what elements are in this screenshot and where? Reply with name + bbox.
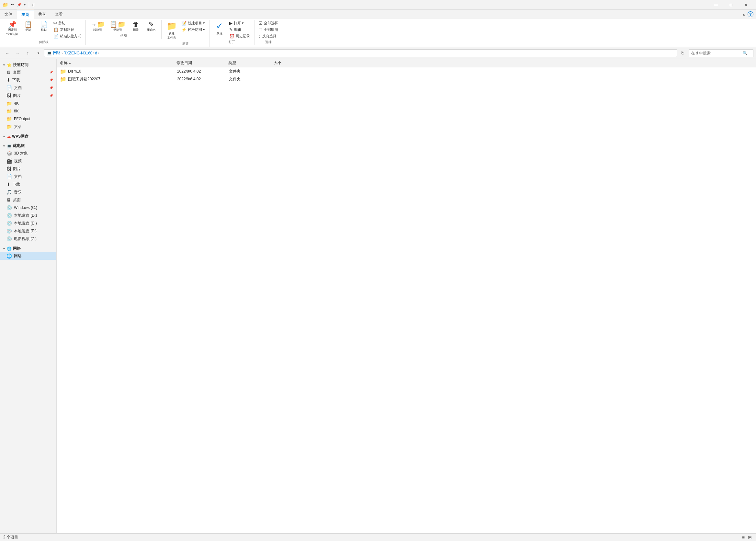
close-button[interactable]: ✕ bbox=[738, 0, 753, 10]
sidebar-item-drive-z[interactable]: 💿 电影视频 (Z:) bbox=[0, 235, 56, 243]
sidebar-item-videos[interactable]: 🎬 视频 bbox=[0, 157, 56, 165]
copy-path-button[interactable]: 📋 复制路径 bbox=[52, 27, 83, 33]
select-all-button[interactable]: ☑ 全部选择 bbox=[257, 20, 280, 26]
paste-shortcut-button[interactable]: 📄 粘贴快捷方式 bbox=[52, 33, 83, 39]
sidebar-item-desktop[interactable]: 🖥 桌面 📌 bbox=[0, 68, 56, 76]
search-icon: 🔍 bbox=[743, 51, 748, 55]
back-button[interactable]: ← bbox=[3, 49, 12, 58]
open-button[interactable]: ▶ 打开 ▾ bbox=[228, 20, 252, 26]
invert-selection-button[interactable]: ↕ 反向选择 bbox=[257, 33, 280, 39]
sidebar-quick-access[interactable]: ▾ ⭐ 快速访问 bbox=[0, 61, 56, 68]
column-header-date[interactable]: 修改日期 bbox=[176, 60, 228, 66]
sidebar-item-drive-d[interactable]: 💿 本地磁盘 (D:) bbox=[0, 212, 56, 219]
list-view-button[interactable]: ≡ bbox=[741, 535, 746, 540]
up-button[interactable]: ↑ bbox=[23, 49, 32, 58]
content-area: 名称 ▲ 修改日期 类型 大小 📁 Dism10 2022/8/6 4:02 文… bbox=[57, 59, 756, 541]
folder-icon: 📁 bbox=[60, 76, 66, 82]
download-icon: ⬇ bbox=[6, 77, 10, 83]
sidebar-item-music[interactable]: 🎵 音乐 bbox=[0, 188, 56, 196]
folder-articles-icon: 📁 bbox=[6, 124, 12, 129]
sidebar-item-downloads-pc[interactable]: ⬇ 下载 bbox=[0, 181, 56, 188]
drive-e-icon: 💿 bbox=[6, 221, 12, 226]
tab-share[interactable]: 共享 bbox=[34, 10, 51, 19]
breadcrumb-network[interactable]: 网络 bbox=[53, 50, 61, 56]
sidebar-network[interactable]: ▾ 🌐 网络 bbox=[0, 245, 56, 252]
new-folder-button[interactable]: 📁 新建文件夹 bbox=[164, 20, 179, 41]
title-controls: — □ ✕ bbox=[709, 0, 753, 10]
breadcrumb-host[interactable]: RXZENG-N3160 bbox=[64, 51, 92, 55]
select-none-button[interactable]: ☐ 全部取消 bbox=[257, 27, 280, 33]
table-row[interactable]: 📁 Dism10 2022/8/6 4:02 文件夹 bbox=[57, 67, 756, 75]
sidebar-item-8k[interactable]: 📁 8K bbox=[0, 107, 56, 115]
3d-icon: 🎲 bbox=[6, 151, 12, 156]
sidebar-item-drive-e[interactable]: 💿 本地磁盘 (E:) bbox=[0, 219, 56, 227]
tab-file[interactable]: 文件 bbox=[0, 10, 17, 19]
sidebar-wps-cloud[interactable]: ▾ ☁ WPS网盘 bbox=[0, 133, 56, 140]
new-item-button[interactable]: 📝 新建项目 ▾ bbox=[180, 20, 207, 26]
sidebar-this-pc[interactable]: ▾ 💻 此电脑 bbox=[0, 142, 56, 149]
rename-button[interactable]: ✎ 重命名 bbox=[144, 20, 159, 33]
breadcrumb-dropdown[interactable]: › bbox=[98, 51, 99, 55]
check-icon: ✓ bbox=[216, 21, 223, 31]
tab-home[interactable]: 主页 bbox=[17, 10, 34, 19]
forward-button[interactable]: → bbox=[13, 49, 22, 58]
ribbon-tabs: 文件 主页 共享 查看 ▲ ? bbox=[0, 10, 756, 19]
sidebar-item-pictures[interactable]: 🖼 图片 📌 bbox=[0, 92, 56, 100]
history-button[interactable]: ⏰ 历史记录 bbox=[228, 33, 252, 39]
breadcrumb-d[interactable]: d bbox=[95, 51, 97, 55]
sidebar-item-drive-f[interactable]: 💿 本地磁盘 (F:) bbox=[0, 227, 56, 235]
sidebar-item-3d-objects[interactable]: 🎲 3D 对象 bbox=[0, 149, 56, 157]
maximize-button[interactable]: □ bbox=[724, 0, 738, 10]
search-input[interactable] bbox=[691, 51, 743, 55]
detail-view-button[interactable]: ⊞ bbox=[747, 535, 753, 540]
help-button[interactable]: ? bbox=[748, 11, 753, 17]
easy-access-button[interactable]: ⚡ 轻松访问 ▾ bbox=[180, 27, 207, 33]
paste-button[interactable]: 📄 粘贴 bbox=[36, 20, 51, 33]
search-box[interactable]: 🔍 bbox=[689, 49, 753, 57]
organize-group: →📁 移动到 📋📁 复制到 🗑 删除 ✎ 重命名 组织 bbox=[86, 20, 161, 39]
recent-locations-button[interactable]: ▾ bbox=[34, 49, 43, 58]
properties-button[interactable]: ✓ 属性 bbox=[212, 20, 227, 37]
video-icon: 🎬 bbox=[6, 159, 12, 164]
sidebar-item-network-active[interactable]: 🌐 网络 bbox=[0, 252, 56, 260]
refresh-button[interactable]: ↻ bbox=[678, 49, 687, 58]
sidebar-item-downloads[interactable]: ⬇ 下载 📌 bbox=[0, 76, 56, 84]
copy-to-button[interactable]: 📋📁 复制到 bbox=[108, 20, 127, 33]
move-to-button[interactable]: →📁 移动到 bbox=[89, 20, 107, 33]
column-header-type[interactable]: 类型 bbox=[228, 60, 274, 66]
copy-button[interactable]: 📋 复制 bbox=[21, 20, 36, 33]
downloads-pc-icon: ⬇ bbox=[6, 182, 10, 187]
undo-icon: ↩ bbox=[10, 2, 15, 7]
sidebar-item-articles[interactable]: 📁 文章 bbox=[0, 123, 56, 131]
minimize-button[interactable]: — bbox=[709, 0, 724, 10]
tab-view[interactable]: 查看 bbox=[51, 10, 67, 19]
pictures-pc-icon: 🖼 bbox=[6, 166, 11, 171]
collapse-ribbon-icon[interactable]: ▲ bbox=[742, 12, 746, 16]
table-row[interactable]: 📁 图吧工具箱202207 2022/8/6 4:02 文件夹 bbox=[57, 75, 756, 83]
organize-label: 组织 bbox=[121, 34, 127, 39]
sort-asc-icon: ▲ bbox=[69, 62, 71, 65]
sidebar-item-4k[interactable]: 📁 4K bbox=[0, 100, 56, 107]
breadcrumb-root-icon: 💻 bbox=[47, 51, 52, 55]
address-bar: ← → ↑ ▾ 💻 网络 › RXZENG-N3160 › d › ↻ 🔍 bbox=[0, 47, 756, 59]
sidebar: ▾ ⭐ 快速访问 🖥 桌面 📌 ⬇ 下载 📌 📄 文档 📌 🖼 图片 📌 📁 4… bbox=[0, 59, 57, 541]
address-path[interactable]: 💻 网络 › RXZENG-N3160 › d › bbox=[44, 49, 677, 57]
column-header-size[interactable]: 大小 bbox=[274, 60, 306, 66]
drive-f-icon: 💿 bbox=[6, 229, 12, 234]
sidebar-item-documents-pc[interactable]: 📄 文档 bbox=[0, 173, 56, 181]
edit-button[interactable]: ✎ 编辑 bbox=[228, 27, 252, 33]
pin-quick-access-button[interactable]: 📌 固定到快速访问 bbox=[5, 20, 20, 37]
sidebar-item-desktop-pc[interactable]: 🖥 桌面 bbox=[0, 196, 56, 204]
column-header-name[interactable]: 名称 ▲ bbox=[60, 60, 176, 66]
status-right: ≡ ⊞ bbox=[741, 535, 753, 540]
sidebar-item-documents[interactable]: 📄 文档 📌 bbox=[0, 84, 56, 92]
sidebar-item-windows-c[interactable]: 💿 Windows (C:) bbox=[0, 204, 56, 212]
pin-icon: 📌 bbox=[17, 2, 22, 7]
new-label: 新建 bbox=[182, 41, 189, 47]
column-headers: 名称 ▲ 修改日期 类型 大小 bbox=[57, 59, 756, 67]
cut-button[interactable]: ✂ 剪切 bbox=[52, 20, 83, 26]
folder-icon: 📁 bbox=[60, 68, 66, 75]
sidebar-item-ffoutput[interactable]: 📁 FFOutput bbox=[0, 115, 56, 123]
delete-button[interactable]: 🗑 删除 bbox=[128, 20, 143, 33]
sidebar-item-pictures-pc[interactable]: 🖼 图片 bbox=[0, 165, 56, 173]
